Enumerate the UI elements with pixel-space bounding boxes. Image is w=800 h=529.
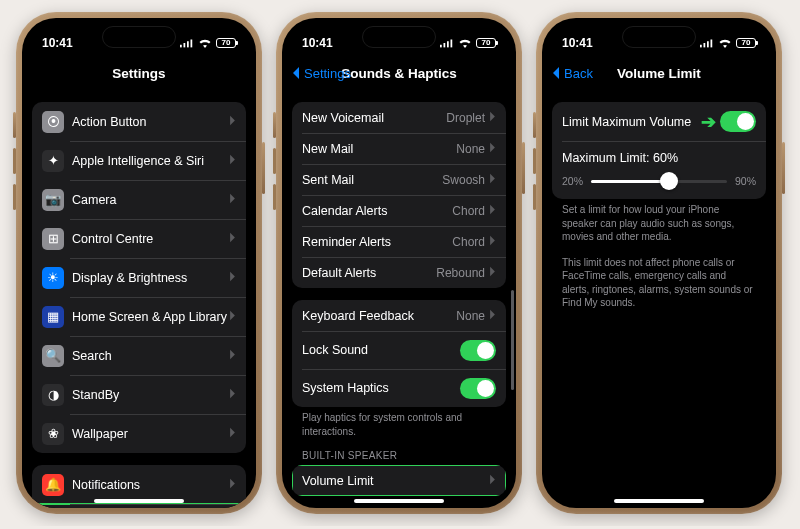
sounds-list[interactable]: New VoicemailDropletNew MailNoneSent Mai… [282,90,516,508]
home-indicator[interactable] [614,499,704,503]
row-label: Calendar Alerts [302,204,452,218]
phone-frame-3: 10:41 70 Back Volume Limit Limit Maximum… [536,12,782,514]
slider-max-label: 90% [735,175,756,187]
settings-row[interactable]: ✦Apple Intelligence & Siri [32,141,246,180]
row-label: Camera [72,193,229,207]
back-button[interactable]: Back [550,66,593,81]
page-title: Sounds & Haptics [341,66,457,81]
chevron-right-icon [489,204,496,218]
row-icon: ✦ [42,150,64,172]
svg-rect-1 [184,43,186,47]
chevron-right-icon [489,111,496,125]
settings-list[interactable]: ⦿Action Button✦Apple Intelligence & Siri… [22,90,256,508]
screen-2: 10:41 70 Settings Sounds & Haptics New V… [282,18,516,508]
list-row[interactable]: Keyboard FeedbackNone [292,300,506,331]
limit-volume-toggle[interactable] [720,111,756,132]
max-limit-row: Maximum Limit: 60% 20% 90% [552,141,766,199]
settings-row[interactable]: ❀Wallpaper [32,414,246,453]
group-header: BUILT-IN SPEAKER [292,450,506,465]
row-label: Control Centre [72,232,229,246]
arrow-annotation-icon: ➔ [701,111,716,133]
battery-icon: 70 [736,38,756,48]
row-label: New Voicemail [302,111,446,125]
volume-slider[interactable] [591,180,727,183]
row-label: Action Button [72,115,229,129]
row-value: Droplet [446,111,485,125]
chevron-right-icon [229,115,236,129]
chevron-left-icon [290,66,302,80]
wifi-icon [198,38,212,48]
list-row[interactable]: Reminder AlertsChord [292,226,506,257]
row-label: StandBy [72,388,229,402]
row-label: Default Alerts [302,266,436,280]
chevron-left-icon [550,66,562,80]
chevron-right-icon [489,474,496,488]
group-footer: Play haptics for system controls and int… [292,407,506,438]
row-icon: ☀ [42,267,64,289]
list-row[interactable]: Sent MailSwoosh [292,164,506,195]
chevron-right-icon [489,266,496,280]
list-row[interactable]: System Haptics [292,369,506,407]
row-label: Wallpaper [72,427,229,441]
chevron-right-icon [229,154,236,168]
row-icon: ❀ [42,423,64,445]
battery-icon: 70 [216,38,236,48]
toggle-switch[interactable] [460,378,496,399]
settings-row[interactable]: 🔍Search [32,336,246,375]
row-label: Reminder Alerts [302,235,452,249]
svg-rect-8 [700,44,702,47]
svg-rect-6 [447,41,449,47]
settings-row[interactable]: ⦿Action Button [32,102,246,141]
row-value: Chord [452,235,485,249]
row-value: None [456,309,485,323]
toggle-switch[interactable] [460,340,496,361]
scroll-indicator[interactable] [511,290,514,390]
chevron-right-icon [229,427,236,441]
chevron-right-icon [229,193,236,207]
row-value: Swoosh [442,173,485,187]
settings-row[interactable]: 📷Camera [32,180,246,219]
row-label: New Mail [302,142,456,156]
settings-row[interactable]: 🔊Sounds & Haptics [32,504,246,508]
chevron-right-icon [489,309,496,323]
list-row[interactable]: New VoicemailDroplet [292,102,506,133]
row-label: Display & Brightness [72,271,229,285]
row-label: Sent Mail [302,173,442,187]
limit-volume-label: Limit Maximum Volume [562,115,701,129]
phone-frame-2: 10:41 70 Settings Sounds & Haptics New V… [276,12,522,514]
footer-note-2: This limit does not affect phone calls o… [552,252,766,310]
chevron-right-icon [229,478,236,492]
chevron-right-icon [229,349,236,363]
svg-rect-4 [440,44,442,47]
list-row[interactable]: Lock Sound [292,331,506,369]
slider-thumb[interactable] [660,172,678,190]
list-row[interactable]: Default AlertsRebound [292,257,506,288]
svg-rect-10 [707,41,709,47]
row-label: Home Screen & App Library [72,310,229,324]
svg-rect-5 [444,43,446,47]
row-label: Lock Sound [302,343,460,357]
settings-row[interactable]: ◑StandBy [32,375,246,414]
row-value: Rebound [436,266,485,280]
clock: 10:41 [42,36,73,50]
list-row[interactable]: Volume Limit [292,465,506,496]
wifi-icon [458,38,472,48]
settings-row[interactable]: ▦Home Screen & App Library [32,297,246,336]
limit-volume-row[interactable]: Limit Maximum Volume ➔ [552,102,766,141]
list-row[interactable]: Calendar AlertsChord [292,195,506,226]
page-title: Settings [112,66,165,81]
svg-rect-0 [180,44,182,47]
cellular-icon [700,38,714,48]
back-button[interactable]: Settings [290,66,351,81]
home-indicator[interactable] [354,499,444,503]
row-label: Notifications [72,478,229,492]
settings-row[interactable]: ⊞Control Centre [32,219,246,258]
list-row[interactable]: New MailNone [292,133,506,164]
home-indicator[interactable] [94,499,184,503]
row-label: Search [72,349,229,363]
phone-frame-1: 10:41 70 Settings ⦿Action Button✦Apple I… [16,12,262,514]
clock: 10:41 [562,36,593,50]
settings-row[interactable]: ☀Display & Brightness [32,258,246,297]
page-title: Volume Limit [617,66,701,81]
slider-min-label: 20% [562,175,583,187]
